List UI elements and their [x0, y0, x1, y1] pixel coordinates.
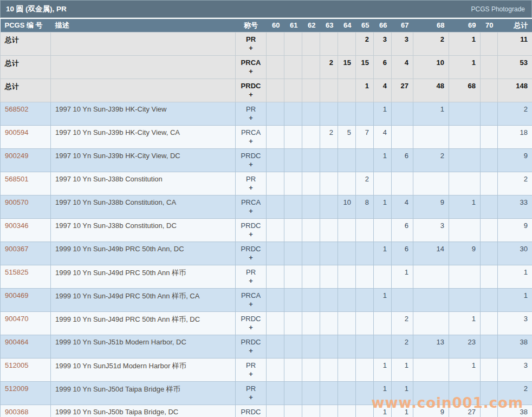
grade-cell-66: [374, 172, 392, 195]
grade-cell-61: [284, 405, 302, 417]
grade-cell-69: 1: [449, 195, 481, 218]
designation-label: PR: [240, 175, 262, 184]
grade-cell-69: 9: [449, 242, 481, 265]
pcgs-number-link[interactable]: 512009: [5, 385, 28, 393]
designation-label: PR: [240, 268, 262, 277]
grade-cell-64: [338, 335, 356, 358]
designation-label: PRDC: [240, 338, 262, 347]
grade-cell-68: 9: [413, 405, 449, 417]
grade-cell-70: [481, 311, 498, 335]
column-header-designation: 称号: [236, 19, 267, 32]
grade-cell-70: [481, 358, 498, 381]
grade-cell-69: 27: [449, 405, 481, 417]
pcgs-number-link[interactable]: 900469: [5, 291, 28, 299]
description-cell: [51, 79, 236, 102]
designation-cell: PR+: [236, 358, 267, 381]
pcgs-number-link[interactable]: 900249: [5, 152, 28, 160]
column-header-63: 63: [320, 19, 338, 32]
grade-cell-62: [302, 405, 320, 417]
grade-cell-66: 1: [374, 148, 392, 172]
grade-cell-60: [267, 265, 284, 288]
pcgs-number-link[interactable]: 900368: [5, 408, 28, 416]
grade-cell-68: 9: [413, 195, 449, 218]
grade-cell-65: 2: [356, 172, 374, 195]
pcgs-number-link[interactable]: 900346: [5, 221, 28, 230]
pcgs-number-cell: 512005: [1, 358, 51, 381]
grade-cell-70: [481, 79, 498, 102]
grade-cell-62: [302, 288, 320, 311]
pcgs-number-link[interactable]: 515825: [5, 268, 28, 276]
grade-cell-69: [449, 288, 481, 311]
table-row: 9005701997 10 Yn Sun-J38b Constitution, …: [1, 195, 532, 218]
grade-cell-63: [320, 172, 338, 195]
designation-cell: PRDC+: [236, 242, 267, 265]
pcgs-number-cell: 568501: [1, 172, 51, 195]
pcgs-number-link[interactable]: 568502: [5, 105, 28, 113]
grade-cell-61: [284, 32, 302, 55]
pcgs-number-link[interactable]: 900594: [5, 128, 28, 136]
row-total-cell: 2: [498, 102, 532, 125]
grade-cell-65: 1: [356, 79, 374, 102]
grade-cell-67: [392, 125, 413, 148]
grade-cell-70: [481, 32, 498, 55]
table-row: 5158251999 10 Yn Sun-J49d PRC 50th Ann 样…: [1, 265, 532, 288]
designation-label: PRDC: [240, 82, 262, 90]
grade-cell-68: [413, 288, 449, 311]
row-total-cell: 9: [498, 218, 532, 242]
designation-cell: PRCA+: [236, 288, 267, 311]
grade-cell-66: 1: [374, 405, 392, 417]
grade-cell-67: 2: [392, 311, 413, 335]
column-header-总计: 总计: [498, 19, 532, 32]
designation-label: PRCA: [240, 198, 262, 207]
grade-cell-65: [356, 288, 374, 311]
designation-label: PRDC: [240, 245, 262, 253]
description-cell: 1999 10 Yn Sun-J49d PRC 50th Ann 样币, CA: [51, 288, 236, 311]
grade-cell-64: [338, 218, 356, 242]
grade-cell-62: [302, 381, 320, 405]
table-row: 9002491997 10 Yn Sun-J39b HK-City View, …: [1, 148, 532, 172]
grade-cell-65: [356, 265, 374, 288]
pcgs-number-link[interactable]: 900464: [5, 338, 28, 346]
grade-cell-63: [320, 381, 338, 405]
grade-cell-69: [449, 125, 481, 148]
total-label-cell: 总计: [1, 55, 51, 79]
grade-cell-67: 1: [392, 405, 413, 417]
pcgs-number-link[interactable]: 900470: [5, 315, 28, 323]
grade-cell-68: 13: [413, 335, 449, 358]
grade-cell-61: [284, 265, 302, 288]
table-row: 9004701999 10 Yn Sun-J49d PRC 50th Ann 样…: [1, 311, 532, 335]
designation-cell: PR+: [236, 265, 267, 288]
grade-cell-63: [320, 218, 338, 242]
column-header-65: 65: [356, 19, 374, 32]
pcgs-number-link[interactable]: 900570: [5, 198, 28, 206]
grade-cell-70: [481, 55, 498, 79]
photograde-link[interactable]: PCGS Photograde: [471, 5, 525, 13]
grade-cell-63: [320, 102, 338, 125]
description-cell: 1999 10 Yn SunJ51d Modern Harbor 样币: [51, 358, 236, 381]
grade-cell-65: 7: [356, 125, 374, 148]
grade-cell-66: 3: [374, 32, 392, 55]
grade-cell-66: 1: [374, 242, 392, 265]
pcgs-number-cell: 900594: [1, 125, 51, 148]
designation-plus: +: [240, 393, 262, 402]
pcgs-number-cell: 515825: [1, 265, 51, 288]
pcgs-population-page: 10 圆 (双金属), PR PCGS Photograde PCGS 编 号描…: [0, 0, 532, 417]
population-table: PCGS 编 号描述称号6061626364656667686970总计 总计P…: [0, 19, 532, 417]
grade-cell-60: [267, 405, 284, 417]
grade-cell-70: [481, 172, 498, 195]
grade-cell-64: 10: [338, 195, 356, 218]
designation-cell: PRDC+: [236, 218, 267, 242]
pcgs-number-link[interactable]: 900367: [5, 245, 28, 253]
grade-cell-64: [338, 102, 356, 125]
pcgs-number-cell: 900346: [1, 218, 51, 242]
pcgs-number-link[interactable]: 568501: [5, 175, 28, 183]
designation-plus: +: [240, 207, 262, 216]
pcgs-number-link[interactable]: 512005: [5, 361, 28, 369]
grade-cell-67: 4: [392, 55, 413, 79]
grade-cell-65: [356, 405, 374, 417]
grade-cell-60: [267, 148, 284, 172]
grade-cell-63: [320, 79, 338, 102]
grade-cell-69: 1: [449, 358, 481, 381]
grade-cell-60: [267, 195, 284, 218]
description-cell: 1999 10 Yn Sun-J49d PRC 50th Ann 样币: [51, 265, 236, 288]
